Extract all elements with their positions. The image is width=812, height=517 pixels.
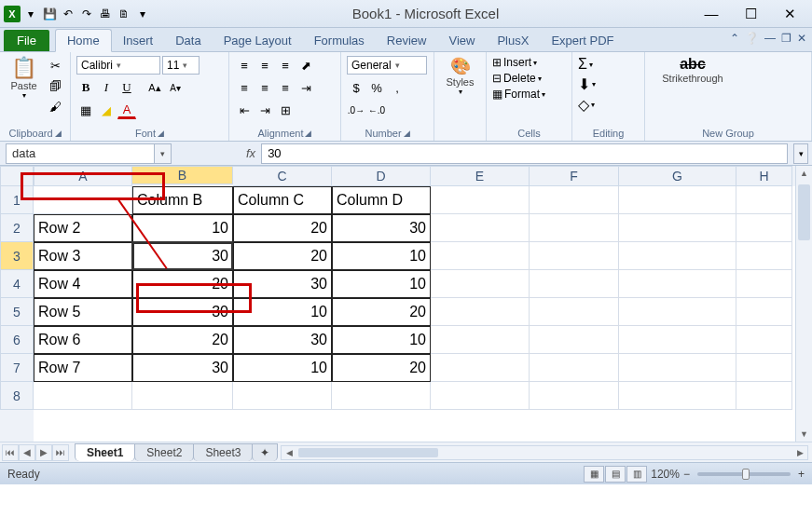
cell-H4[interactable] bbox=[736, 270, 792, 298]
row-header-5[interactable]: 5 bbox=[0, 298, 34, 326]
scroll-down-icon[interactable]: ▼ bbox=[796, 427, 812, 442]
close-button[interactable]: ✕ bbox=[778, 3, 801, 25]
vertical-scrollbar[interactable]: ▲ ▼ bbox=[795, 166, 812, 442]
cell-C5[interactable]: 10 bbox=[233, 298, 332, 326]
shrink-font-icon[interactable]: A▾ bbox=[166, 78, 185, 97]
workbook-restore-icon[interactable]: ❐ bbox=[781, 32, 791, 45]
align-left-icon[interactable]: ≡ bbox=[235, 78, 254, 97]
select-all-corner[interactable] bbox=[0, 166, 34, 186]
cell-A2[interactable]: Row 2 bbox=[34, 214, 132, 242]
cell-D5[interactable]: 20 bbox=[332, 298, 431, 326]
cell-D4[interactable]: 10 bbox=[332, 270, 431, 298]
orientation-icon[interactable]: ⬈ bbox=[296, 56, 315, 75]
help-icon[interactable]: ❔ bbox=[745, 32, 759, 45]
format-painter-icon[interactable]: 🖌 bbox=[46, 97, 64, 116]
cell-C7[interactable]: 10 bbox=[233, 354, 332, 382]
align-middle-icon[interactable]: ≡ bbox=[255, 56, 274, 75]
vscroll-thumb[interactable] bbox=[798, 184, 810, 240]
cell-G4[interactable] bbox=[619, 270, 736, 298]
sheet-first-icon[interactable]: ⏮ bbox=[2, 444, 19, 461]
sheet-next-icon[interactable]: ▶ bbox=[35, 444, 52, 461]
cell-B5[interactable]: 30 bbox=[132, 298, 233, 326]
print-preview-icon[interactable]: 🗎 bbox=[116, 6, 132, 22]
cell-C6[interactable]: 30 bbox=[233, 326, 332, 354]
sheet-tab-3[interactable]: Sheet3 bbox=[193, 443, 253, 461]
cell-G7[interactable] bbox=[619, 354, 736, 382]
cell-B8[interactable] bbox=[132, 382, 233, 410]
cell-H5[interactable] bbox=[736, 298, 792, 326]
cell-A3[interactable]: Row 3 bbox=[34, 242, 132, 270]
minimize-ribbon-icon[interactable]: ⌃ bbox=[730, 32, 739, 45]
name-box-dropdown-icon[interactable]: ▾ bbox=[155, 143, 172, 164]
number-format-select[interactable]: General▾ bbox=[347, 56, 427, 75]
cell-D3[interactable]: 10 bbox=[332, 242, 431, 270]
fill-color-icon[interactable]: ◢ bbox=[97, 101, 116, 119]
cell-F8[interactable] bbox=[530, 382, 619, 410]
tab-view[interactable]: View bbox=[437, 30, 486, 51]
qat-more-icon[interactable]: ▾ bbox=[134, 6, 151, 22]
normal-view-icon[interactable]: ▦ bbox=[584, 466, 604, 483]
cell-C8[interactable] bbox=[233, 382, 332, 410]
tab-home[interactable]: Home bbox=[55, 29, 112, 52]
wrap-text-icon[interactable]: ⇥ bbox=[296, 78, 315, 97]
cell-B7[interactable]: 30 bbox=[132, 354, 233, 382]
cell-F6[interactable] bbox=[530, 326, 619, 354]
cell-E2[interactable] bbox=[431, 214, 530, 242]
cell-H8[interactable] bbox=[736, 382, 792, 410]
formula-bar-expand-icon[interactable]: ▾ bbox=[793, 143, 808, 164]
cell-B6[interactable]: 20 bbox=[132, 326, 233, 354]
cell-D1[interactable]: Column D bbox=[332, 186, 431, 214]
row-header-6[interactable]: 6 bbox=[0, 326, 34, 354]
cell-C4[interactable]: 30 bbox=[233, 270, 332, 298]
row-header-7[interactable]: 7 bbox=[0, 354, 34, 382]
tab-insert[interactable]: Insert bbox=[112, 30, 165, 51]
new-sheet-icon[interactable]: ✦ bbox=[252, 443, 278, 461]
row-header-2[interactable]: 2 bbox=[0, 214, 34, 242]
sheet-tab-1[interactable]: Sheet1 bbox=[75, 443, 135, 461]
cell-G5[interactable] bbox=[619, 298, 736, 326]
font-size-select[interactable]: 11▾ bbox=[162, 56, 200, 75]
increase-indent-icon[interactable]: ⇥ bbox=[255, 101, 274, 119]
bold-button[interactable]: B bbox=[76, 78, 95, 97]
cell-B2[interactable]: 10 bbox=[132, 214, 233, 242]
cell-D7[interactable]: 20 bbox=[332, 354, 431, 382]
col-header-G[interactable]: G bbox=[619, 166, 736, 186]
maximize-button[interactable]: ☐ bbox=[739, 3, 762, 25]
cell-F5[interactable] bbox=[530, 298, 619, 326]
cell-E1[interactable] bbox=[431, 186, 530, 214]
minimize-button[interactable]: ― bbox=[700, 3, 723, 25]
col-header-A[interactable]: A bbox=[34, 166, 132, 186]
cell-D6[interactable]: 10 bbox=[332, 326, 431, 354]
font-launcher-icon[interactable]: ◢ bbox=[158, 129, 164, 138]
cell-H1[interactable] bbox=[736, 186, 792, 214]
accounting-icon[interactable]: $ bbox=[347, 78, 365, 97]
comma-icon[interactable]: , bbox=[388, 78, 406, 97]
cell-D2[interactable]: 30 bbox=[332, 214, 431, 242]
cell-H6[interactable] bbox=[736, 326, 792, 354]
fx-icon[interactable]: fx bbox=[246, 146, 255, 160]
formula-input[interactable]: 30 bbox=[261, 143, 788, 164]
cell-F3[interactable] bbox=[530, 242, 619, 270]
cell-E7[interactable] bbox=[431, 354, 530, 382]
styles-button[interactable]: 🎨 Styles ▾ bbox=[440, 56, 480, 96]
print-icon[interactable]: 🖶 bbox=[97, 6, 114, 22]
align-bottom-icon[interactable]: ≡ bbox=[276, 56, 295, 75]
italic-button[interactable]: I bbox=[97, 78, 116, 97]
scroll-left-icon[interactable]: ◀ bbox=[282, 446, 296, 459]
clipboard-launcher-icon[interactable]: ◢ bbox=[55, 129, 62, 138]
cell-B1[interactable]: Column B bbox=[132, 186, 233, 214]
grow-font-icon[interactable]: A▴ bbox=[145, 78, 164, 97]
borders-icon[interactable]: ▦ bbox=[76, 101, 95, 119]
cell-B3[interactable]: 30 bbox=[132, 242, 233, 270]
cell-F4[interactable] bbox=[530, 270, 619, 298]
col-header-E[interactable]: E bbox=[431, 166, 530, 186]
row-header-8[interactable]: 8 bbox=[0, 382, 34, 410]
cell-E5[interactable] bbox=[431, 298, 530, 326]
font-color-icon[interactable]: A bbox=[117, 101, 136, 119]
row-header-3[interactable]: 3 bbox=[0, 242, 34, 270]
col-header-B[interactable]: B bbox=[132, 166, 233, 184]
underline-button[interactable]: U bbox=[117, 78, 136, 97]
file-tab[interactable]: File bbox=[4, 30, 49, 51]
percent-icon[interactable]: % bbox=[367, 78, 386, 97]
tab-page-layout[interactable]: Page Layout bbox=[213, 30, 303, 51]
